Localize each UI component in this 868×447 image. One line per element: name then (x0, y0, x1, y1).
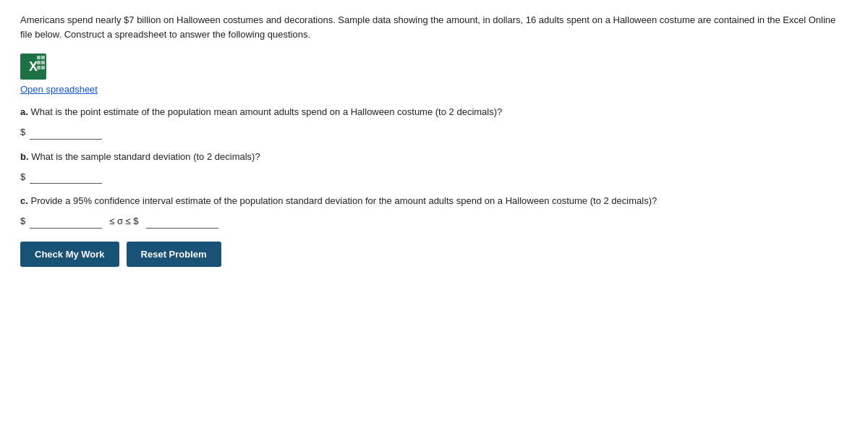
question-a-input[interactable] (30, 125, 102, 140)
question-c-sigma: ≤ σ ≤ $ (109, 216, 138, 226)
question-b-label: b. What is the sample standard deviation… (20, 150, 848, 164)
intro-text: Americans spend nearly $7 billion on Hal… (20, 13, 848, 42)
excel-icon: X (20, 54, 46, 80)
question-c-dollar-left: $ (20, 216, 25, 226)
question-a-bold: a. (20, 106, 28, 117)
question-b-dollar: $ (20, 171, 25, 182)
excel-grid-lines (37, 56, 45, 77)
question-b-text: What is the sample standard deviation (t… (29, 151, 260, 162)
question-c-bold: c. (20, 195, 28, 206)
question-a-text: What is the point estimate of the popula… (28, 106, 502, 117)
question-c-block: c. Provide a 95% confidence interval est… (20, 194, 848, 229)
open-spreadsheet-link[interactable]: Open spreadsheet (20, 84, 848, 95)
question-b-input[interactable] (30, 169, 102, 184)
question-a-input-row: $ (20, 125, 848, 140)
question-c-input-left[interactable] (30, 214, 102, 229)
check-my-work-button[interactable]: Check My Work (20, 242, 119, 267)
question-c-input-row: $ ≤ σ ≤ $ (20, 214, 848, 229)
button-row: Check My Work Reset Problem (20, 242, 848, 267)
question-a-dollar: $ (20, 127, 25, 137)
question-c-text: Provide a 95% confidence interval estima… (28, 195, 657, 206)
question-b-block: b. What is the sample standard deviation… (20, 150, 848, 184)
question-b-bold: b. (20, 151, 29, 162)
question-c-label: c. Provide a 95% confidence interval est… (20, 194, 848, 208)
question-a-block: a. What is the point estimate of the pop… (20, 105, 848, 140)
question-b-input-row: $ (20, 169, 848, 184)
reset-problem-button[interactable]: Reset Problem (127, 242, 221, 267)
excel-icon-wrapper: X (20, 54, 848, 80)
question-a-label: a. What is the point estimate of the pop… (20, 105, 848, 119)
question-c-input-right[interactable] (146, 214, 218, 229)
